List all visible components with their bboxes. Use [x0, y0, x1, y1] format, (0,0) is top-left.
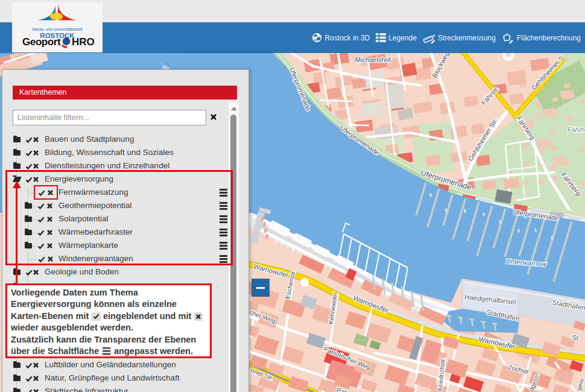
svg-text:HRO: HRO	[72, 36, 95, 48]
svg-text:Fährhuf: Fährhuf	[568, 126, 585, 133]
svg-text:Hanse- und Universitätsstadt: Hanse- und Universitätsstadt	[32, 27, 83, 31]
svg-text:Geoport: Geoport	[22, 36, 61, 48]
svg-text:St: St	[572, 334, 579, 342]
svg-text:Michaelshof: Michaelshof	[355, 56, 391, 63]
